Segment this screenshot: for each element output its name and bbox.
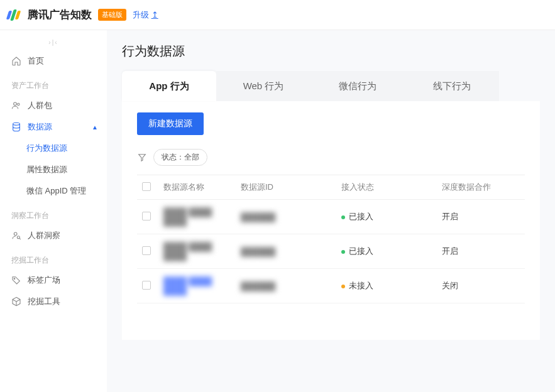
svg-point-0 (14, 102, 17, 106)
cell-id: ██████ (241, 212, 275, 222)
sidebar-sub-wechat-appid[interactable]: 微信 AppID 管理 (0, 180, 107, 202)
app-header: 腾讯广告知数 基础版 升级 ↥ (0, 0, 555, 30)
sidebar-sub-attribute[interactable]: 属性数据源 (0, 159, 107, 180)
sidebar-item-datasource[interactable]: 数据源 ▲ (0, 116, 107, 138)
tab-web[interactable]: Web 行为 (216, 71, 310, 101)
col-deep: 深度数据合作 (437, 175, 525, 200)
table-header-row: 数据源名称 数据源ID 接入状态 深度数据合作 (137, 175, 525, 200)
panel: 新建数据源 状态：全部 数据源名称 数据源ID 接入状态 深度数据合作 ████… (122, 101, 540, 340)
users-icon (11, 101, 21, 111)
cell-name: ████ ████ ████ (163, 242, 212, 261)
cell-name: ████ ████ ████ (163, 276, 212, 295)
cell-status: 未接入 (336, 269, 437, 303)
table-row[interactable]: ████ ████ ██████████未接入关闭 (137, 269, 525, 303)
select-all-checkbox[interactable] (142, 182, 151, 191)
sidebar-section-assets: 资产工作台 (0, 72, 107, 95)
user-search-icon (11, 231, 21, 241)
new-datasource-button[interactable]: 新建数据源 (137, 112, 204, 135)
cell-status: 已接入 (336, 200, 437, 234)
col-id: 数据源ID (236, 175, 336, 200)
row-checkbox[interactable] (142, 212, 151, 220)
tab-wechat[interactable]: 微信行为 (310, 71, 405, 101)
status-filter-pill[interactable]: 状态：全部 (153, 149, 207, 166)
cell-name: ████ ████ ████ (163, 207, 212, 226)
main-content: 行为数据源 App 行为 Web 行为 微信行为 线下行为 新建数据源 状态：全… (107, 30, 555, 392)
row-checkbox[interactable] (142, 281, 151, 290)
upgrade-label: 升级 (133, 10, 149, 19)
cell-deep: 开启 (437, 200, 525, 234)
tab-offline[interactable]: 线下行为 (405, 71, 499, 101)
tag-icon (11, 275, 21, 285)
col-status: 接入状态 (336, 175, 437, 200)
svg-point-2 (13, 122, 20, 125)
sidebar-collapse-icon[interactable]: ›|‹ (0, 34, 107, 50)
table-row[interactable]: ████ ████ ██████████已接入开启 (137, 234, 525, 269)
page-title: 行为数据源 (122, 43, 540, 60)
caret-up-icon: ▲ (92, 124, 98, 131)
svg-point-1 (18, 103, 19, 105)
sidebar-item-mining-tool[interactable]: 挖掘工具 (0, 291, 107, 312)
edition-badge: 基础版 (98, 9, 126, 21)
app-logo-icon (8, 8, 21, 22)
sidebar-sub-behavior[interactable]: 行为数据源 (0, 138, 107, 159)
home-icon (11, 56, 21, 66)
sidebar-section-mining: 挖掘工作台 (0, 246, 107, 270)
filter-icon[interactable] (137, 153, 147, 163)
sidebar-item-tag-square[interactable]: 标签广场 (0, 270, 107, 291)
svg-point-5 (14, 278, 15, 280)
col-name: 数据源名称 (158, 175, 236, 200)
svg-point-3 (14, 232, 17, 236)
cell-status: 已接入 (336, 234, 437, 269)
cell-deep: 关闭 (437, 269, 525, 303)
sidebar-item-home[interactable]: 首页 (0, 50, 107, 72)
row-checkbox[interactable] (142, 246, 151, 255)
tab-app[interactable]: App 行为 (122, 71, 216, 101)
sidebar-item-label: 标签广场 (28, 275, 60, 286)
sidebar-item-label: 首页 (28, 55, 44, 67)
cell-id: ██████ (241, 247, 275, 256)
datasource-table: 数据源名称 数据源ID 接入状态 深度数据合作 ████ ████ ██████… (137, 175, 525, 303)
sidebar-section-insight: 洞察工作台 (0, 202, 107, 225)
upgrade-link[interactable]: 升级 ↥ (133, 9, 158, 21)
sidebar-item-audience[interactable]: 人群包 (0, 95, 107, 116)
database-icon (11, 122, 21, 132)
upgrade-arrow-icon: ↥ (151, 10, 158, 19)
sidebar: ›|‹ 首页 资产工作台 人群包 数据源 ▲ 行为数据源 属性数据源 微信 Ap… (0, 30, 107, 392)
app-brand: 腾讯广告知数 (28, 8, 92, 22)
cube-icon (11, 297, 21, 307)
sidebar-item-label: 数据源 (28, 121, 52, 133)
sidebar-item-label: 挖掘工具 (28, 296, 60, 307)
sidebar-item-label: 人群包 (28, 100, 52, 111)
svg-point-4 (17, 236, 19, 239)
cell-id: ██████ (241, 281, 275, 291)
filter-row: 状态：全部 (137, 149, 525, 166)
sidebar-item-label: 人群洞察 (28, 230, 60, 241)
table-row[interactable]: ████ ████ ██████████已接入开启 (137, 200, 525, 234)
sidebar-item-crowd-insight[interactable]: 人群洞察 (0, 225, 107, 246)
cell-deep: 开启 (437, 234, 525, 269)
tabs: App 行为 Web 行为 微信行为 线下行为 (122, 71, 540, 101)
